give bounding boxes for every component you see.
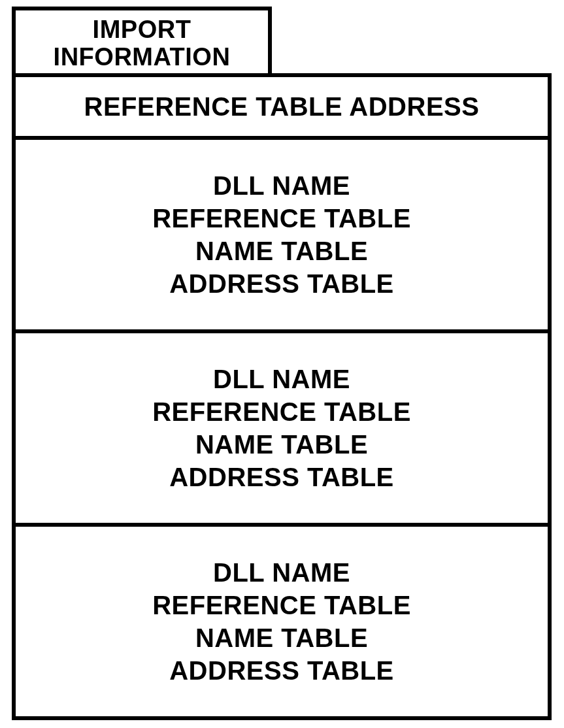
reference-table-label: REFERENCE TABLE: [152, 589, 411, 621]
dll-block-3: DLL NAME REFERENCE TABLE NAME TABLE ADDR…: [16, 527, 548, 716]
dll-block-1: DLL NAME REFERENCE TABLE NAME TABLE ADDR…: [16, 140, 548, 333]
address-table-label: ADDRESS TABLE: [169, 461, 394, 493]
diagram-canvas: IMPORT INFORMATION REFERENCE TABLE ADDRE…: [0, 0, 564, 728]
address-table-label: ADDRESS TABLE: [169, 267, 394, 300]
reference-table-label: REFERENCE TABLE: [152, 395, 411, 428]
address-table-label: ADDRESS TABLE: [169, 654, 394, 687]
dll-name-label: DLL NAME: [213, 556, 350, 589]
tab-header: IMPORT INFORMATION: [12, 7, 272, 77]
dll-block-2: DLL NAME REFERENCE TABLE NAME TABLE ADDR…: [16, 333, 548, 527]
tab-line2: INFORMATION: [54, 44, 231, 71]
tab-line1: IMPORT: [93, 16, 191, 44]
name-table-label: NAME TABLE: [195, 621, 368, 654]
reference-table-address-label: REFERENCE TABLE ADDRESS: [84, 92, 480, 122]
dll-name-label: DLL NAME: [213, 363, 350, 395]
name-table-label: NAME TABLE: [195, 235, 368, 267]
main-box: REFERENCE TABLE ADDRESS DLL NAME REFEREN…: [12, 73, 552, 720]
reference-table-label: REFERENCE TABLE: [152, 202, 411, 235]
name-table-label: NAME TABLE: [195, 428, 368, 461]
dll-name-label: DLL NAME: [213, 169, 350, 202]
reference-table-address-row: REFERENCE TABLE ADDRESS: [16, 77, 548, 140]
